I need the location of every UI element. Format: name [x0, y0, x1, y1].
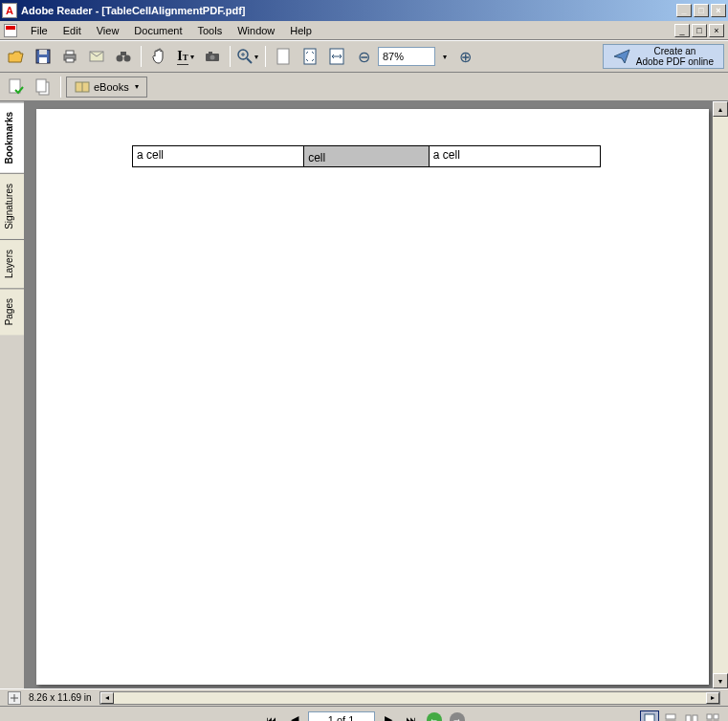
menu-window[interactable]: Window	[230, 23, 282, 38]
chevron-down-icon: ▾	[135, 82, 139, 91]
zoom-in-icon	[237, 49, 253, 64]
separator	[141, 46, 142, 67]
facing-icon	[685, 714, 698, 722]
single-page-icon	[644, 713, 655, 722]
last-page-button[interactable]: ⏭	[402, 710, 421, 722]
scroll-up-button[interactable]: ▴	[713, 101, 728, 117]
zoom-out-button[interactable]: ⊖	[351, 44, 376, 69]
statusbar: 8.26 x 11.69 in ◂ ▸	[0, 688, 728, 706]
hand-tool-button[interactable]	[146, 44, 171, 69]
go-back-button[interactable]: ←	[425, 710, 444, 722]
page-size-label: 8.26 x 11.69 in	[29, 692, 92, 703]
svg-line-14	[247, 58, 252, 63]
page-indicator-text: 1 of 1	[328, 714, 355, 722]
snapshot-button[interactable]	[200, 44, 225, 69]
fit-width-button[interactable]	[324, 44, 349, 69]
tab-signatures[interactable]: Signatures	[0, 173, 24, 239]
svg-point-8	[124, 55, 131, 62]
open-button[interactable]	[4, 44, 29, 69]
plus-circle-icon: ⊕	[459, 48, 472, 66]
separator	[60, 76, 61, 98]
vertical-scrollbar[interactable]: ▴ ▾	[713, 101, 728, 688]
save-button[interactable]	[31, 44, 55, 69]
titlebar: A Adobe Reader - [TableCellAlignmentPDF.…	[0, 0, 728, 21]
last-page-icon: ⏭	[406, 714, 416, 722]
secondary-toolbar: eBooks ▾	[0, 73, 728, 101]
svg-rect-22	[36, 79, 46, 92]
single-page-view-button[interactable]	[640, 710, 659, 722]
adobe-online-button[interactable]: Create an Adobe PDF online	[603, 44, 724, 69]
hand-icon	[151, 48, 166, 65]
document-viewport: a cell cell a cell ▴ ▾	[25, 101, 728, 688]
tab-bookmarks[interactable]: Bookmarks	[0, 101, 24, 173]
prev-icon: ◀	[291, 713, 298, 721]
zoom-in-button[interactable]: ▾	[235, 44, 260, 69]
first-page-button[interactable]: ⏮	[262, 710, 281, 722]
menu-help[interactable]: Help	[282, 23, 320, 38]
cont-facing-icon	[706, 713, 719, 722]
doc-maximize-button[interactable]: □	[692, 24, 707, 37]
separator	[230, 46, 231, 67]
close-button[interactable]: ×	[711, 4, 726, 17]
ebooks-button[interactable]: eBooks ▾	[66, 76, 147, 98]
continuous-view-button[interactable]	[661, 710, 680, 722]
document-icon	[4, 24, 17, 37]
continuous-facing-view-button[interactable]	[703, 710, 722, 722]
facing-view-button[interactable]	[682, 710, 701, 722]
horizontal-scrollbar[interactable]: ◂ ▸	[99, 691, 720, 705]
table-row: a cell cell a cell	[133, 146, 601, 167]
scroll-track[interactable]	[114, 692, 706, 704]
svg-rect-18	[304, 49, 316, 64]
next-page-button[interactable]: ▶	[379, 710, 398, 722]
select-text-button[interactable]: IT▾	[173, 44, 198, 69]
folder-open-icon	[8, 50, 25, 63]
email-button[interactable]	[84, 44, 109, 69]
tab-pages[interactable]: Pages	[0, 288, 24, 335]
doc-close-button[interactable]: ×	[709, 24, 724, 37]
document-scroll-area[interactable]: a cell cell a cell	[25, 101, 713, 688]
menu-edit[interactable]: Edit	[55, 23, 89, 38]
search-button[interactable]	[111, 44, 136, 69]
menu-view[interactable]: View	[89, 23, 127, 38]
fit-page-icon	[303, 48, 317, 65]
svg-rect-17	[277, 49, 289, 64]
chevron-down-icon: ▾	[190, 53, 194, 61]
page-size-icon[interactable]	[8, 691, 21, 705]
binoculars-icon	[116, 50, 131, 63]
tab-layers[interactable]: Layers	[0, 239, 24, 288]
back-circle-icon: ←	[427, 712, 442, 722]
page-indicator-input[interactable]: 1 of 1	[308, 711, 375, 722]
scroll-down-button[interactable]: ▾	[713, 673, 728, 688]
arrows-icon	[9, 692, 20, 704]
zoom-value: 87%	[383, 51, 404, 62]
zoom-dropdown[interactable]: ▾	[439, 53, 451, 61]
svg-rect-1	[39, 50, 47, 55]
scroll-left-button[interactable]: ◂	[100, 692, 114, 704]
svg-rect-28	[686, 715, 691, 722]
print-button[interactable]	[57, 44, 82, 69]
separator	[265, 46, 266, 67]
doc-minimize-button[interactable]: _	[674, 24, 690, 37]
page-icon	[276, 48, 290, 65]
maximize-button[interactable]: □	[694, 4, 709, 17]
go-forward-button[interactable]: →	[448, 710, 467, 722]
scroll-right-button[interactable]: ▸	[706, 692, 719, 704]
zoom-input[interactable]: 87%	[378, 47, 435, 66]
ebook-icon	[75, 80, 90, 94]
app-icon: A	[2, 3, 17, 18]
minimize-button[interactable]: _	[676, 4, 692, 17]
svg-rect-29	[693, 715, 697, 722]
zoom-in-plus-button[interactable]: ⊕	[452, 44, 477, 69]
prev-page-button[interactable]: ◀	[285, 710, 304, 722]
menu-file[interactable]: File	[23, 23, 55, 38]
copy-button[interactable]	[31, 75, 55, 99]
fit-page-button[interactable]	[298, 44, 322, 69]
scroll-track[interactable]	[713, 117, 728, 673]
review-button[interactable]	[4, 75, 29, 99]
main-area: Bookmarks Signatures Layers Pages a cell…	[0, 101, 728, 688]
actual-size-button[interactable]	[271, 44, 296, 69]
navigation-footer: ⏮ ◀ 1 of 1 ▶ ⏭ ← →	[0, 706, 728, 721]
menu-document[interactable]: Document	[126, 23, 189, 38]
menu-tools[interactable]: Tools	[190, 23, 231, 38]
svg-rect-5	[66, 58, 74, 62]
